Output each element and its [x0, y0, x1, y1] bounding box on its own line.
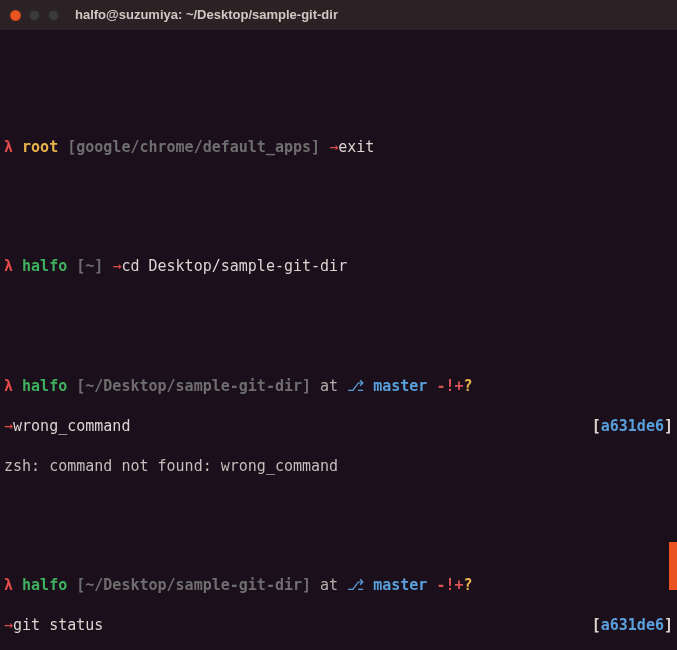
close-icon[interactable] — [10, 10, 21, 21]
hash-bracket: [ — [592, 417, 601, 437]
hash-bracket: [ — [592, 616, 601, 636]
lambda-icon: λ — [4, 138, 13, 158]
lambda-icon: λ — [4, 257, 13, 277]
blank-line — [4, 517, 673, 537]
prompt-line-4a: λ halfo [~/Desktop/sample-git-dir] at ⎇ … — [4, 576, 673, 596]
hash-bracket: ] — [664, 616, 673, 636]
prompt-path: [~/Desktop/sample-git-dir] — [76, 576, 311, 596]
prompt-user: halfo — [22, 377, 67, 397]
hash-bracket: ] — [664, 417, 673, 437]
prompt-command: wrong_command — [13, 417, 592, 437]
prompt-line-2: λ halfo [~] → cd Desktop/sample-git-dir — [4, 257, 673, 277]
prompt-flags-q: ? — [464, 377, 473, 397]
blank-line — [4, 198, 673, 218]
terminal-body[interactable]: λ root [google/chrome/default_apps] → ex… — [0, 30, 677, 650]
prompt-flags-q: ? — [464, 576, 473, 596]
prompt-commit-hash: a631de6 — [601, 417, 664, 437]
prompt-flags: -!+ — [436, 377, 463, 397]
blank-line — [4, 317, 673, 337]
prompt-command: cd Desktop/sample-git-dir — [121, 257, 347, 277]
blank-line — [4, 78, 673, 98]
branch-icon: ⎇ — [347, 377, 364, 397]
prompt-at: at — [320, 377, 338, 397]
prompt-path: [~] — [76, 257, 103, 277]
output-error: zsh: command not found: wrong_command — [4, 457, 673, 477]
prompt-branch: master — [373, 576, 427, 596]
prompt-user: halfo — [22, 257, 67, 277]
prompt-commit-hash: a631de6 — [601, 616, 664, 636]
lambda-icon: λ — [4, 576, 13, 596]
scrollbar-thumb[interactable] — [669, 542, 677, 590]
window-title: halfo@suzumiya: ~/Desktop/sample-git-dir — [75, 6, 338, 23]
arrow-icon: → — [4, 417, 13, 437]
prompt-path: [google/chrome/default_apps] — [67, 138, 320, 158]
prompt-flags: -!+ — [436, 576, 463, 596]
arrow-icon: → — [112, 257, 121, 277]
prompt-user: halfo — [22, 576, 67, 596]
prompt-line-3b: → wrong_command [a631de6] — [4, 417, 673, 437]
branch-icon: ⎇ — [347, 576, 364, 596]
prompt-at: at — [320, 576, 338, 596]
prompt-user: root — [22, 138, 58, 158]
prompt-command: git status — [13, 616, 592, 636]
arrow-icon: → — [329, 138, 338, 158]
prompt-branch: master — [373, 377, 427, 397]
lambda-icon: λ — [4, 377, 13, 397]
prompt-path: [~/Desktop/sample-git-dir] — [76, 377, 311, 397]
prompt-line-1: λ root [google/chrome/default_apps] → ex… — [4, 138, 673, 158]
prompt-line-3a: λ halfo [~/Desktop/sample-git-dir] at ⎇ … — [4, 377, 673, 397]
minimize-icon[interactable] — [29, 10, 40, 21]
arrow-icon: → — [4, 616, 13, 636]
prompt-line-4b: → git status [a631de6] — [4, 616, 673, 636]
titlebar: halfo@suzumiya: ~/Desktop/sample-git-dir — [0, 0, 677, 30]
maximize-icon[interactable] — [48, 10, 59, 21]
prompt-command: exit — [338, 138, 374, 158]
